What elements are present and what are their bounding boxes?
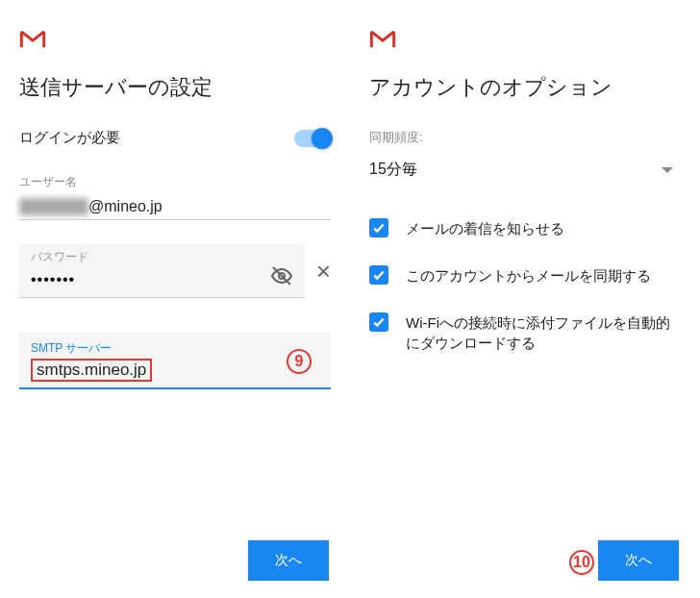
- next-button[interactable]: 次へ: [598, 540, 679, 581]
- page-title: 送信サーバーの設定: [19, 73, 331, 102]
- callout-10: 10: [569, 550, 594, 575]
- checkbox-wifi[interactable]: [369, 312, 388, 332]
- username-field[interactable]: xxxxxxxxx @mineo.jp: [19, 194, 331, 220]
- gmail-icon: [369, 29, 396, 50]
- callout-9: 9: [287, 349, 312, 374]
- check-notify-label: メールの着信を知らせる: [406, 218, 564, 238]
- page-title: アカウントのオプション: [369, 73, 681, 102]
- smtp-value: smtps.mineo.jp: [31, 359, 152, 382]
- check-sync-row[interactable]: このアカウントからメールを同期する: [369, 265, 681, 286]
- smtp-label: SMTP サーバー: [31, 340, 319, 357]
- check-wifi-label: Wi-Fiへの接続時に添付ファイルを自動的にダウンロードする: [406, 312, 681, 353]
- checkbox-sync[interactable]: [369, 265, 388, 285]
- next-button[interactable]: 次へ: [248, 540, 329, 581]
- password-label: パスワード: [31, 249, 88, 265]
- toggle-knob: [312, 128, 333, 149]
- pane-send-server: 送信サーバーの設定 ログインが必要 ユーザー名 xxxxxxxxx @mineo…: [0, 0, 350, 598]
- sync-frequency-label: 同期頻度:: [369, 129, 681, 146]
- sync-frequency-value: 15分毎: [369, 160, 417, 180]
- login-required-label: ログインが必要: [19, 129, 120, 147]
- login-required-row: ログインが必要: [19, 129, 331, 147]
- smtp-field[interactable]: SMTP サーバー smtps.mineo.jp: [19, 333, 331, 389]
- pane-account-options: アカウントのオプション 同期頻度: 15分毎 メールの着信を知らせる このアカウ…: [350, 0, 700, 598]
- check-sync-label: このアカウントからメールを同期する: [406, 265, 651, 286]
- password-field[interactable]: パスワード •••••••: [19, 243, 305, 298]
- sync-frequency-dropdown[interactable]: 15分毎: [369, 154, 681, 189]
- chevron-down-icon: [662, 167, 673, 173]
- checkbox-notify[interactable]: [369, 218, 388, 237]
- password-row: パスワード ••••••• ×: [19, 243, 331, 298]
- gmail-icon: [19, 29, 46, 50]
- eye-off-icon[interactable]: [270, 264, 293, 291]
- login-required-toggle[interactable]: [294, 130, 331, 147]
- username-label: ユーザー名: [19, 174, 331, 190]
- check-wifi-row[interactable]: Wi-Fiへの接続時に添付ファイルを自動的にダウンロードする: [369, 312, 681, 353]
- username-domain: @mineo.jp: [88, 198, 162, 215]
- password-value: •••••••: [31, 271, 270, 288]
- clear-icon[interactable]: ×: [316, 259, 331, 284]
- username-blurred: xxxxxxxxx: [19, 198, 88, 215]
- smtp-row: SMTP サーバー smtps.mineo.jp 9: [19, 333, 331, 389]
- check-notify-row[interactable]: メールの着信を知らせる: [369, 218, 681, 238]
